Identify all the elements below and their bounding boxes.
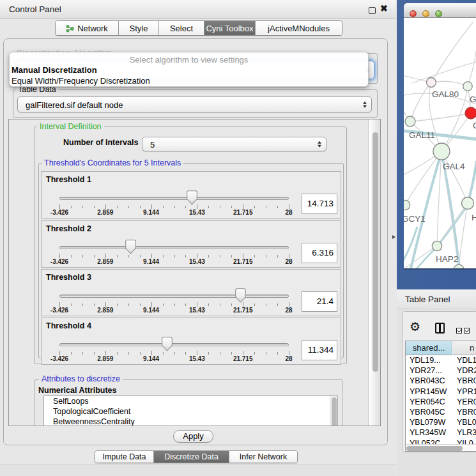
- threshold-label: Threshold 1: [46, 175, 91, 184]
- zoom-traffic-light-icon[interactable]: [435, 10, 442, 17]
- float-window-icon[interactable]: [369, 7, 376, 14]
- threshold-slider-thumb-2[interactable]: [125, 240, 136, 254]
- tab-label: Infer Network: [240, 452, 287, 461]
- threshold-slider-track-1[interactable]: [59, 197, 289, 200]
- threshold-slider-thumb-3[interactable]: [235, 288, 246, 303]
- network-node-GAL80[interactable]: [427, 78, 436, 88]
- slider-tick: [128, 206, 129, 208]
- network-node-label: HAP2: [436, 254, 458, 264]
- table-data-combobox-value: galFiltered.sif default node: [26, 100, 123, 109]
- cyni-mode-tabs: Impute DataDiscretize DataInfer Network: [95, 450, 298, 463]
- tab-cyni-toolbox[interactable]: Cyni Toolbox: [204, 21, 255, 35]
- network-canvas[interactable]: GAL80GCGAL11GAL4GCY1HHAP2: [404, 18, 476, 268]
- threshold-value-field-3[interactable]: 21.4: [302, 291, 337, 312]
- threshold-slider-track-2[interactable]: [59, 246, 289, 249]
- tab-network[interactable]: Network: [56, 21, 118, 35]
- minimize-traffic-light-icon[interactable]: [422, 10, 429, 17]
- table-row[interactable]: YBL079WYBL0: [406, 417, 476, 427]
- list-vertical-scrollbar-thumb[interactable]: [332, 397, 337, 427]
- tab-discretize-data[interactable]: Discretize Data: [153, 451, 229, 463]
- slider-tick: [82, 255, 83, 257]
- cell-shared-name: YBR045C: [410, 408, 445, 417]
- slider-tick: [277, 255, 278, 257]
- slider-tick: [117, 303, 118, 306]
- network-node-C[interactable]: [465, 107, 476, 119]
- network-node-GAL4[interactable]: [433, 143, 450, 160]
- select-columns-icon[interactable]: [456, 325, 472, 336]
- slider-tick: [105, 351, 106, 355]
- list-item-betweennesscentrality[interactable]: BetweennessCentrality: [44, 417, 337, 426]
- threshold-slider-track-3[interactable]: [59, 295, 289, 298]
- network-node-GAL11[interactable]: [405, 116, 415, 127]
- network-node-GCY1[interactable]: [404, 200, 410, 210]
- threshold-slider-thumb-1[interactable]: [187, 190, 197, 205]
- dropdown-item-manual-discretization[interactable]: Manual Discretization: [12, 65, 97, 75]
- table-row[interactable]: YER054CYER0: [406, 397, 476, 407]
- slider-tick: [277, 303, 278, 306]
- column-header-name[interactable]: n: [453, 341, 476, 355]
- threshold-box-3: Threshold 3-3.4262.8599.14415.4321.71528…: [41, 269, 341, 316]
- slider-tick: [163, 303, 164, 306]
- table-row[interactable]: YLR345WYLR3: [406, 427, 476, 438]
- table-row[interactable]: YDR27...YDR2: [406, 365, 476, 376]
- list-vertical-scrollbar[interactable]: [330, 396, 337, 426]
- network-node-HAP2[interactable]: [432, 241, 441, 250]
- threshold-value-field-1[interactable]: 14.713: [302, 194, 337, 214]
- column-header-shared-name[interactable]: shared...: [406, 341, 452, 355]
- tab-style[interactable]: Style: [118, 21, 158, 35]
- close-icon[interactable]: ✖: [380, 3, 388, 13]
- table-row[interactable]: YBR045CYBR0: [406, 407, 476, 417]
- splitter-collapse-icon[interactable]: [392, 235, 395, 239]
- slider-tick-label: 28: [285, 209, 292, 216]
- close-traffic-light-icon[interactable]: [410, 10, 417, 17]
- table-row[interactable]: YBR043CYBR0: [406, 376, 476, 386]
- table-row[interactable]: YPR145WYPR1: [406, 387, 476, 397]
- tab-infer-network[interactable]: Infer Network: [229, 451, 297, 463]
- tab-label: jActiveMNodules: [268, 24, 330, 33]
- panel-vertical-scrollbar[interactable]: [368, 119, 381, 426]
- slider-tick: [254, 206, 255, 208]
- table-row[interactable]: YDL19...YDL1: [406, 355, 476, 365]
- table-horizontal-scrollbar[interactable]: [406, 444, 476, 452]
- slider-tick: [59, 351, 60, 355]
- number-of-intervals-combobox[interactable]: 5: [142, 137, 326, 151]
- slider-tick: [94, 255, 95, 257]
- tab-jactivemnodules[interactable]: jActiveMNodules: [255, 21, 342, 35]
- slider-tick: [254, 255, 255, 257]
- slider-tick-label: 2.859: [97, 307, 113, 314]
- tab-impute-data[interactable]: Impute Data: [95, 451, 153, 463]
- apply-button[interactable]: Apply: [173, 430, 213, 443]
- cell-shared-name: YPR145W: [410, 387, 447, 396]
- threshold-value-field-2[interactable]: 6.316: [302, 243, 337, 263]
- cell-name: YBL0: [457, 418, 476, 427]
- table-horizontal-scrollbar-thumb[interactable]: [406, 446, 463, 451]
- cell-name: YLR3: [457, 428, 476, 437]
- gear-icon[interactable]: ⚙: [410, 319, 420, 334]
- slider-tick: [128, 255, 129, 257]
- panel-vertical-scrollbar-thumb[interactable]: [372, 132, 378, 372]
- columns-icon[interactable]: [435, 323, 445, 334]
- screen: Control Panel ✖ NetworkStyleSelectCyni T…: [0, 0, 476, 476]
- dropdown-item-equal-width[interactable]: Equal Width/Frequency Discretization: [12, 76, 150, 86]
- network-node-G[interactable]: [463, 82, 472, 91]
- list-item-selfloops[interactable]: SelfLoops: [44, 396, 337, 406]
- slider-tick: [82, 303, 83, 306]
- threshold-slider-track-4[interactable]: [59, 343, 289, 346]
- table-data-combobox[interactable]: galFiltered.sif default node: [17, 96, 372, 112]
- slider-tick: [231, 206, 232, 208]
- threshold-slider-thumb-4[interactable]: [162, 337, 173, 351]
- tab-select[interactable]: Select: [158, 21, 204, 35]
- slider-tick: [117, 255, 118, 257]
- threshold-value-field-4[interactable]: 11.344: [302, 340, 337, 360]
- number-of-intervals-value: 5: [150, 139, 155, 149]
- slider-tick: [117, 206, 118, 208]
- slider-tick-label: -3.426: [50, 209, 68, 216]
- attributes-group-title: Attributes to discretize: [39, 374, 123, 383]
- dropdown-prompt-item[interactable]: Select algorithm to view settings: [10, 55, 368, 65]
- list-item-topologicalcoefficient[interactable]: TopologicalCoefficient: [44, 406, 337, 417]
- slider-tick: [185, 255, 186, 257]
- slider-tick: [254, 303, 255, 306]
- network-node-H[interactable]: [462, 197, 474, 210]
- slider-tick: [208, 303, 209, 306]
- cell-shared-name: YLR345W: [410, 428, 446, 437]
